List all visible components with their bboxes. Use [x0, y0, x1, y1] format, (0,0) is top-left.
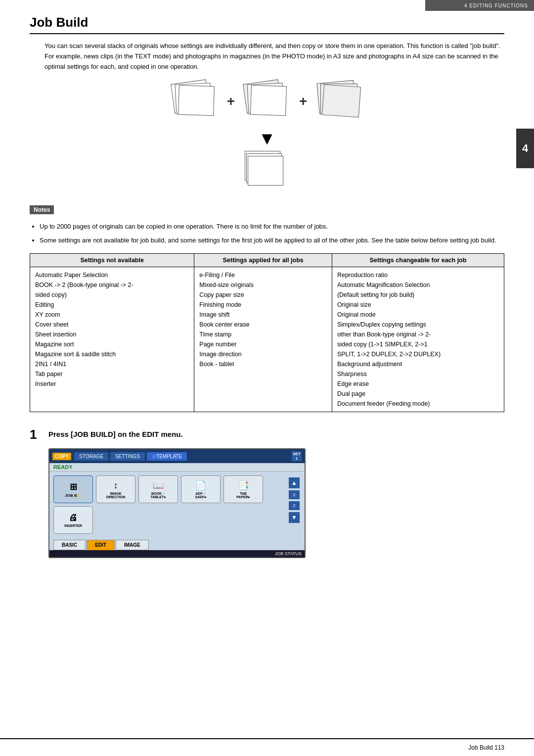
job-build-icon: ⊞: [70, 481, 77, 492]
table-header-col2: Settings applied for all jobs: [194, 254, 332, 267]
arrow-down-icon: ▼: [258, 128, 276, 149]
chapter-tab: 4: [516, 129, 534, 168]
step-1-header: 1 Press [JOB BUILD] on the EDIT menu.: [30, 427, 504, 442]
diagram-top-row: + +: [173, 82, 362, 121]
ui-btn-inserter[interactable]: 🖨 INSERTER: [53, 506, 93, 534]
settings-table: Settings not available Settings applied …: [30, 253, 504, 412]
ui-set-number: SET 1: [292, 451, 302, 461]
job-build-label: JOB B👆: [65, 493, 81, 498]
result-stack: [245, 151, 289, 190]
ui-tab-basic[interactable]: BASIC: [53, 540, 86, 550]
ui-tab-image[interactable]: IMAGE: [116, 540, 149, 550]
ui-btn-tab-paper[interactable]: 📑 TABPAPER▸: [223, 475, 263, 503]
ui-tab-template[interactable]: ☆TEMPLATE: [147, 452, 187, 461]
ui-scroll-down-btn[interactable]: ▼: [289, 512, 300, 523]
notes-item-2: Some settings are not available for job …: [40, 235, 504, 245]
chapter-number: 4: [522, 142, 528, 155]
table-row: Automatic Paper Selection BOOK -> 2 (Boo…: [30, 267, 504, 412]
intro-paragraph: You can scan several stacks of originals…: [44, 41, 504, 72]
top-section-bar: 4 EDITING FUNCTIONS: [425, 0, 534, 11]
ui-side-num-2: 2: [289, 501, 300, 510]
doc-sheet: [178, 85, 215, 116]
ui-top-bar: COPY STORAGE SETTINGS ☆TEMPLATE SET 1: [49, 449, 305, 463]
table-cell-unavailable: Automatic Paper Selection BOOK -> 2 (Boo…: [30, 267, 194, 412]
step-1-text: Press [JOB BUILD] on the EDIT menu.: [48, 427, 183, 438]
ui-buttons-area: ⊞ JOB B👆 ↕ IMAGEDIRECTION 📖 BOOK→TABLET▸: [49, 472, 305, 538]
footer: Job Build 113: [0, 738, 534, 756]
ui-num-value: 1: [296, 456, 298, 461]
ui-btn-image-direction[interactable]: ↕ IMAGEDIRECTION: [96, 475, 135, 503]
ui-copy-label: COPY: [52, 453, 71, 460]
tab-paper-icon: 📑: [238, 480, 249, 491]
adf-icon: 📄: [195, 480, 206, 491]
plus-icon-2: +: [299, 94, 307, 109]
ui-btn-job-build[interactable]: ⊞ JOB B👆: [53, 475, 93, 503]
table-cell-applied: e-Filing / File Mixed-size originals Cop…: [194, 267, 332, 412]
notes-item-1: Up to 2000 pages of originals can be cop…: [40, 221, 504, 232]
ui-ready-bar: READY: [49, 463, 305, 472]
ui-tab-settings[interactable]: SETTINGS: [110, 452, 145, 461]
notes-section: Notes Up to 2000 pages of originals can …: [30, 205, 504, 245]
notes-badge: Notes: [30, 205, 54, 214]
image-direction-label: IMAGEDIRECTION: [106, 492, 126, 499]
table-header-col1: Settings not available: [30, 254, 194, 267]
ui-btn-book-tablet[interactable]: 📖 BOOK→TABLET▸: [138, 475, 178, 503]
diagram-area: + +: [30, 82, 504, 190]
book-tablet-label: BOOK→TABLET▸: [150, 492, 166, 499]
inserter-icon: 🖨: [69, 513, 78, 523]
table-header-col3: Settings changeable for each job: [332, 254, 504, 267]
main-content: Job Build You can scan several stacks of…: [0, 0, 534, 588]
ui-scroll-up-btn[interactable]: ▲: [289, 477, 300, 488]
mag-sheet: [322, 85, 361, 118]
footer-right: Job Build 113: [468, 744, 504, 751]
result-sheet: [248, 156, 283, 186]
ui-set-label: SET: [293, 452, 301, 456]
doc-stack-2: [245, 82, 289, 121]
step-1-number: 1: [30, 427, 42, 442]
ui-status-bar: JOB STATUS: [49, 550, 305, 557]
ui-buttons-grid: ⊞ JOB B👆 ↕ IMAGEDIRECTION 📖 BOOK→TABLET▸: [53, 475, 284, 534]
ui-bottom-tabs: BASIC EDIT IMAGE: [49, 538, 305, 550]
doc-stack-1: [173, 82, 217, 121]
ui-btn-adf[interactable]: 📄 ADF→SADF▸: [181, 475, 221, 503]
plus-icon-1: +: [227, 94, 235, 109]
book-tablet-icon: 📖: [153, 480, 164, 491]
doc-sheet: [250, 85, 287, 116]
page-title: Job Build: [30, 15, 504, 34]
section-label: 4 EDITING FUNCTIONS: [464, 3, 528, 8]
ui-screenshot: COPY STORAGE SETTINGS ☆TEMPLATE SET 1 RE…: [48, 448, 306, 558]
image-direction-icon: ↕: [114, 480, 118, 491]
ui-tab-edit[interactable]: EDIT: [87, 540, 115, 550]
notes-list: Up to 2000 pages of originals can be cop…: [40, 221, 504, 245]
ui-side-num-1: 2: [289, 490, 300, 499]
ui-side-controls: ▲ 2 2 ▼: [287, 475, 301, 534]
ui-tab-storage[interactable]: STORAGE: [74, 452, 108, 461]
inserter-label: INSERTER: [64, 524, 82, 527]
ui-buttons-container: ⊞ JOB B👆 ↕ IMAGEDIRECTION 📖 BOOK→TABLET▸: [49, 472, 305, 538]
doc-stack-3: [317, 82, 361, 121]
adf-label: ADF→SADF▸: [195, 492, 206, 499]
ui-ready-label: READY: [53, 464, 73, 470]
table-cell-changeable: Reproduction ratio Automatic Magnificati…: [332, 267, 504, 412]
tab-paper-label: TABPAPER▸: [236, 492, 250, 499]
